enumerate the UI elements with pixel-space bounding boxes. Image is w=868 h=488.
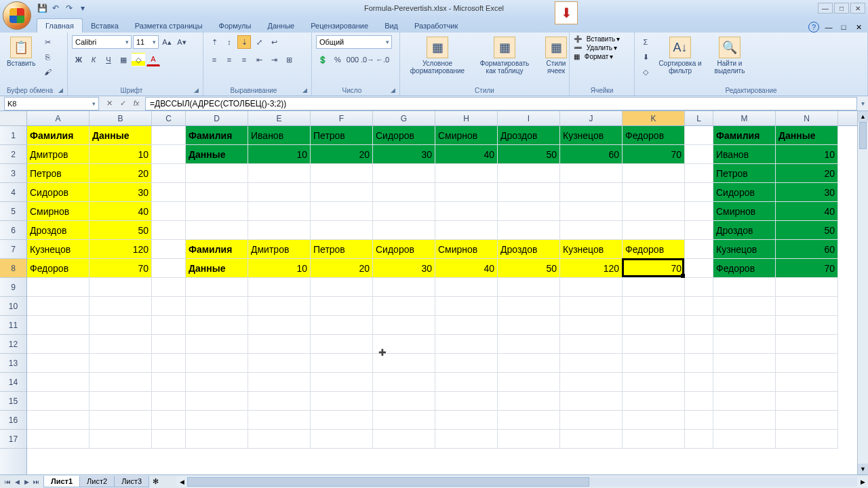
row-header-17[interactable]: 17: [0, 430, 26, 449]
cell-C13[interactable]: [152, 354, 186, 373]
cell-G7[interactable]: Сидоров: [373, 240, 435, 259]
col-header-J[interactable]: J: [560, 111, 623, 125]
cell-E3[interactable]: [248, 164, 311, 183]
cell-H8[interactable]: 40: [435, 259, 498, 278]
align-center-icon[interactable]: ≡: [222, 53, 236, 66]
cell-B7[interactable]: 120: [90, 240, 152, 259]
name-box[interactable]: K8: [4, 97, 99, 110]
row-header-16[interactable]: 16: [0, 411, 26, 430]
cell-N14[interactable]: [776, 373, 838, 392]
cell-F1[interactable]: Петров: [311, 126, 373, 145]
clipboard-launcher-icon[interactable]: ◢: [58, 87, 63, 94]
cell-L16[interactable]: [685, 411, 713, 430]
cancel-formula-icon[interactable]: ✕: [103, 99, 115, 108]
row-header-10[interactable]: 10: [0, 297, 26, 316]
row-header-9[interactable]: 9: [0, 278, 26, 297]
cell-F6[interactable]: [311, 221, 373, 240]
cell-J15[interactable]: [560, 392, 623, 411]
cell-M2[interactable]: Иванов: [713, 145, 776, 164]
col-header-H[interactable]: H: [435, 111, 498, 125]
cell-N6[interactable]: 50: [776, 221, 838, 240]
cell-E16[interactable]: [248, 411, 311, 430]
cell-D14[interactable]: [186, 373, 248, 392]
expand-formula-bar-icon[interactable]: ▾: [857, 100, 868, 107]
cell-E4[interactable]: [248, 183, 311, 202]
minimize-button[interactable]: —: [818, 3, 833, 14]
redo-icon[interactable]: ↷: [64, 3, 75, 14]
cell-B3[interactable]: 20: [90, 164, 152, 183]
cell-I5[interactable]: [498, 202, 560, 221]
worksheet[interactable]: ABCDEFGHIJKLMN 1234567891011121314151617…: [0, 111, 868, 474]
cell-M10[interactable]: [713, 297, 776, 316]
cell-D4[interactable]: [186, 183, 248, 202]
select-all-corner[interactable]: [0, 111, 27, 126]
cell-G9[interactable]: [373, 278, 435, 297]
scroll-right-icon[interactable]: ▶: [857, 479, 868, 485]
cell-C16[interactable]: [152, 411, 186, 430]
cell-I4[interactable]: [498, 183, 560, 202]
cell-D16[interactable]: [186, 411, 248, 430]
shrink-font-icon[interactable]: A▾: [175, 35, 189, 49]
cell-N11[interactable]: [776, 316, 838, 335]
number-launcher-icon[interactable]: ◢: [391, 87, 395, 94]
cell-M5[interactable]: Смирнов: [713, 202, 776, 221]
cell-D7[interactable]: Фамилия: [186, 240, 248, 259]
paste-button[interactable]: 📋 Вставить: [4, 35, 38, 68]
cell-A16[interactable]: [27, 411, 90, 430]
cell-L14[interactable]: [685, 373, 713, 392]
cell-H7[interactable]: Смирнов: [435, 240, 498, 259]
cell-F10[interactable]: [311, 297, 373, 316]
tab-вид[interactable]: Вид: [376, 19, 406, 33]
cell-styles-button[interactable]: ▦Стили ячеек: [538, 35, 574, 76]
cell-G6[interactable]: [373, 221, 435, 240]
cell-B9[interactable]: [90, 278, 152, 297]
cell-E9[interactable]: [248, 278, 311, 297]
cell-C15[interactable]: [152, 392, 186, 411]
cell-K6[interactable]: [623, 221, 685, 240]
cell-F12[interactable]: [311, 335, 373, 354]
cell-L8[interactable]: [685, 259, 713, 278]
cell-D13[interactable]: [186, 354, 248, 373]
tab-данные[interactable]: Данные: [259, 19, 302, 33]
cell-L6[interactable]: [685, 221, 713, 240]
cell-B15[interactable]: [90, 392, 152, 411]
cell-N9[interactable]: [776, 278, 838, 297]
cell-A8[interactable]: Федоров: [27, 259, 90, 278]
cell-L17[interactable]: [685, 430, 713, 449]
row-header-8[interactable]: 8: [0, 259, 26, 278]
cell-C17[interactable]: [152, 430, 186, 449]
cell-K7[interactable]: Федоров: [623, 240, 685, 259]
bold-icon[interactable]: Ж: [72, 53, 85, 66]
cell-I16[interactable]: [498, 411, 560, 430]
sort-filter-button[interactable]: A↓Сортировка и фильтр: [655, 35, 705, 76]
cell-A10[interactable]: [27, 297, 90, 316]
cell-F5[interactable]: [311, 202, 373, 221]
cell-B11[interactable]: [90, 316, 152, 335]
cell-H3[interactable]: [435, 164, 498, 183]
conditional-formatting-button[interactable]: ▦Условное форматирование: [404, 35, 471, 76]
cell-D5[interactable]: [186, 202, 248, 221]
cell-D17[interactable]: [186, 430, 248, 449]
cell-L3[interactable]: [685, 164, 713, 183]
cell-M16[interactable]: [713, 411, 776, 430]
cell-M17[interactable]: [713, 430, 776, 449]
cell-E13[interactable]: [248, 354, 311, 373]
cell-L9[interactable]: [685, 278, 713, 297]
cell-H2[interactable]: 40: [435, 145, 498, 164]
cell-M9[interactable]: [713, 278, 776, 297]
cell-J9[interactable]: [560, 278, 623, 297]
cell-B14[interactable]: [90, 373, 152, 392]
cell-K2[interactable]: 70: [623, 145, 685, 164]
cell-D9[interactable]: [186, 278, 248, 297]
cell-G4[interactable]: [373, 183, 435, 202]
fill-icon[interactable]: ⬇: [639, 50, 652, 64]
cell-I17[interactable]: [498, 430, 560, 449]
align-top-icon[interactable]: ⇡: [208, 35, 221, 49]
cell-E2[interactable]: 10: [248, 145, 311, 164]
cell-grid[interactable]: ФамилияДанныеДмитров10Петров20Сидоров30С…: [27, 126, 857, 474]
row-header-13[interactable]: 13: [0, 354, 26, 373]
cell-J16[interactable]: [560, 411, 623, 430]
horizontal-scrollbar[interactable]: ◀ ▶: [176, 476, 868, 487]
cell-K16[interactable]: [623, 411, 685, 430]
cell-D1[interactable]: Фамилия: [186, 126, 248, 145]
